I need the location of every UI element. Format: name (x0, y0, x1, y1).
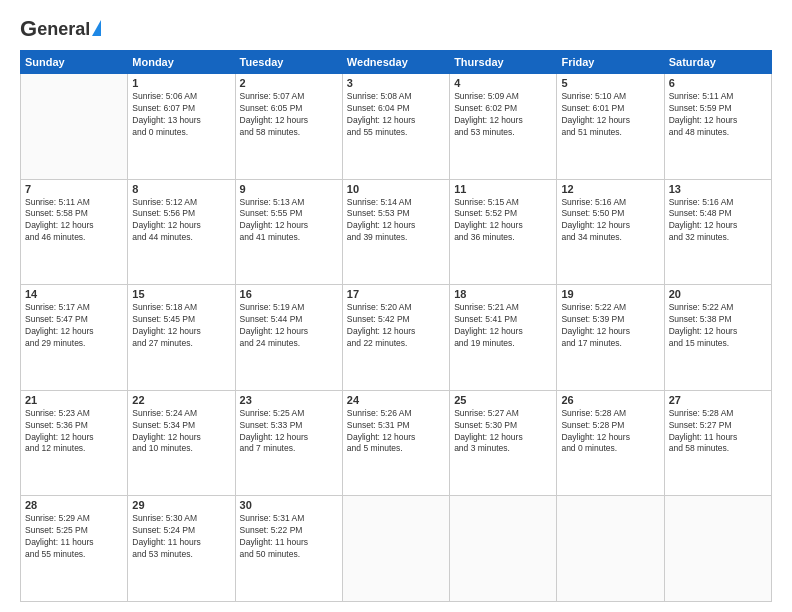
calendar-table: SundayMondayTuesdayWednesdayThursdayFrid… (20, 50, 772, 602)
cell-info: Sunrise: 5:07 AMSunset: 6:05 PMDaylight:… (240, 91, 338, 139)
calendar-cell: 2Sunrise: 5:07 AMSunset: 6:05 PMDaylight… (235, 74, 342, 180)
cell-info: Sunrise: 5:12 AMSunset: 5:56 PMDaylight:… (132, 197, 230, 245)
calendar-cell: 6Sunrise: 5:11 AMSunset: 5:59 PMDaylight… (664, 74, 771, 180)
cell-info: Sunrise: 5:10 AMSunset: 6:01 PMDaylight:… (561, 91, 659, 139)
calendar-cell: 1Sunrise: 5:06 AMSunset: 6:07 PMDaylight… (128, 74, 235, 180)
calendar-cell: 23Sunrise: 5:25 AMSunset: 5:33 PMDayligh… (235, 390, 342, 496)
cell-info: Sunrise: 5:14 AMSunset: 5:53 PMDaylight:… (347, 197, 445, 245)
day-number: 19 (561, 288, 659, 300)
week-row-3: 21Sunrise: 5:23 AMSunset: 5:36 PMDayligh… (21, 390, 772, 496)
calendar-cell: 26Sunrise: 5:28 AMSunset: 5:28 PMDayligh… (557, 390, 664, 496)
calendar-cell: 10Sunrise: 5:14 AMSunset: 5:53 PMDayligh… (342, 179, 449, 285)
cell-info: Sunrise: 5:28 AMSunset: 5:28 PMDaylight:… (561, 408, 659, 456)
calendar-cell: 19Sunrise: 5:22 AMSunset: 5:39 PMDayligh… (557, 285, 664, 391)
day-number: 5 (561, 77, 659, 89)
day-number: 1 (132, 77, 230, 89)
week-row-1: 7Sunrise: 5:11 AMSunset: 5:58 PMDaylight… (21, 179, 772, 285)
day-number: 17 (347, 288, 445, 300)
day-number: 16 (240, 288, 338, 300)
day-number: 20 (669, 288, 767, 300)
cell-info: Sunrise: 5:26 AMSunset: 5:31 PMDaylight:… (347, 408, 445, 456)
calendar-cell: 17Sunrise: 5:20 AMSunset: 5:42 PMDayligh… (342, 285, 449, 391)
logo-g-text: G (20, 16, 37, 42)
week-row-2: 14Sunrise: 5:17 AMSunset: 5:47 PMDayligh… (21, 285, 772, 391)
calendar-cell: 14Sunrise: 5:17 AMSunset: 5:47 PMDayligh… (21, 285, 128, 391)
cell-info: Sunrise: 5:28 AMSunset: 5:27 PMDaylight:… (669, 408, 767, 456)
cell-info: Sunrise: 5:06 AMSunset: 6:07 PMDaylight:… (132, 91, 230, 139)
cell-info: Sunrise: 5:13 AMSunset: 5:55 PMDaylight:… (240, 197, 338, 245)
day-number: 25 (454, 394, 552, 406)
weekday-tuesday: Tuesday (235, 51, 342, 74)
cell-info: Sunrise: 5:08 AMSunset: 6:04 PMDaylight:… (347, 91, 445, 139)
calendar-cell: 4Sunrise: 5:09 AMSunset: 6:02 PMDaylight… (450, 74, 557, 180)
cell-info: Sunrise: 5:11 AMSunset: 5:58 PMDaylight:… (25, 197, 123, 245)
day-number: 22 (132, 394, 230, 406)
cell-info: Sunrise: 5:22 AMSunset: 5:38 PMDaylight:… (669, 302, 767, 350)
calendar-cell: 21Sunrise: 5:23 AMSunset: 5:36 PMDayligh… (21, 390, 128, 496)
cell-info: Sunrise: 5:20 AMSunset: 5:42 PMDaylight:… (347, 302, 445, 350)
weekday-saturday: Saturday (664, 51, 771, 74)
day-number: 3 (347, 77, 445, 89)
calendar-cell: 24Sunrise: 5:26 AMSunset: 5:31 PMDayligh… (342, 390, 449, 496)
calendar-cell: 13Sunrise: 5:16 AMSunset: 5:48 PMDayligh… (664, 179, 771, 285)
cell-info: Sunrise: 5:11 AMSunset: 5:59 PMDaylight:… (669, 91, 767, 139)
page: G eneral SundayMondayTuesdayWednesdayThu… (0, 0, 792, 612)
cell-info: Sunrise: 5:21 AMSunset: 5:41 PMDaylight:… (454, 302, 552, 350)
weekday-sunday: Sunday (21, 51, 128, 74)
calendar-cell: 22Sunrise: 5:24 AMSunset: 5:34 PMDayligh… (128, 390, 235, 496)
day-number: 23 (240, 394, 338, 406)
day-number: 29 (132, 499, 230, 511)
weekday-thursday: Thursday (450, 51, 557, 74)
cell-info: Sunrise: 5:30 AMSunset: 5:24 PMDaylight:… (132, 513, 230, 561)
calendar-cell: 27Sunrise: 5:28 AMSunset: 5:27 PMDayligh… (664, 390, 771, 496)
day-number: 24 (347, 394, 445, 406)
day-number: 4 (454, 77, 552, 89)
calendar-cell: 3Sunrise: 5:08 AMSunset: 6:04 PMDaylight… (342, 74, 449, 180)
day-number: 18 (454, 288, 552, 300)
day-number: 26 (561, 394, 659, 406)
calendar-cell: 29Sunrise: 5:30 AMSunset: 5:24 PMDayligh… (128, 496, 235, 602)
day-number: 15 (132, 288, 230, 300)
logo-triangle-icon (92, 20, 101, 36)
calendar-cell (450, 496, 557, 602)
calendar-cell: 7Sunrise: 5:11 AMSunset: 5:58 PMDaylight… (21, 179, 128, 285)
cell-info: Sunrise: 5:16 AMSunset: 5:48 PMDaylight:… (669, 197, 767, 245)
calendar-cell: 15Sunrise: 5:18 AMSunset: 5:45 PMDayligh… (128, 285, 235, 391)
calendar-cell (557, 496, 664, 602)
day-number: 30 (240, 499, 338, 511)
day-number: 8 (132, 183, 230, 195)
cell-info: Sunrise: 5:19 AMSunset: 5:44 PMDaylight:… (240, 302, 338, 350)
calendar-cell: 18Sunrise: 5:21 AMSunset: 5:41 PMDayligh… (450, 285, 557, 391)
cell-info: Sunrise: 5:29 AMSunset: 5:25 PMDaylight:… (25, 513, 123, 561)
logo-line1: G eneral (20, 16, 101, 42)
day-number: 28 (25, 499, 123, 511)
day-number: 7 (25, 183, 123, 195)
weekday-header-row: SundayMondayTuesdayWednesdayThursdayFrid… (21, 51, 772, 74)
day-number: 12 (561, 183, 659, 195)
calendar-cell: 20Sunrise: 5:22 AMSunset: 5:38 PMDayligh… (664, 285, 771, 391)
header: G eneral (20, 16, 772, 40)
cell-info: Sunrise: 5:25 AMSunset: 5:33 PMDaylight:… (240, 408, 338, 456)
cell-info: Sunrise: 5:09 AMSunset: 6:02 PMDaylight:… (454, 91, 552, 139)
day-number: 11 (454, 183, 552, 195)
cell-info: Sunrise: 5:18 AMSunset: 5:45 PMDaylight:… (132, 302, 230, 350)
cell-info: Sunrise: 5:23 AMSunset: 5:36 PMDaylight:… (25, 408, 123, 456)
day-number: 21 (25, 394, 123, 406)
cell-info: Sunrise: 5:22 AMSunset: 5:39 PMDaylight:… (561, 302, 659, 350)
calendar-cell: 30Sunrise: 5:31 AMSunset: 5:22 PMDayligh… (235, 496, 342, 602)
calendar-cell: 16Sunrise: 5:19 AMSunset: 5:44 PMDayligh… (235, 285, 342, 391)
cell-info: Sunrise: 5:17 AMSunset: 5:47 PMDaylight:… (25, 302, 123, 350)
day-number: 9 (240, 183, 338, 195)
logo: G eneral (20, 16, 101, 40)
cell-info: Sunrise: 5:31 AMSunset: 5:22 PMDaylight:… (240, 513, 338, 561)
calendar-cell: 28Sunrise: 5:29 AMSunset: 5:25 PMDayligh… (21, 496, 128, 602)
calendar-cell: 8Sunrise: 5:12 AMSunset: 5:56 PMDaylight… (128, 179, 235, 285)
weekday-wednesday: Wednesday (342, 51, 449, 74)
calendar-cell: 9Sunrise: 5:13 AMSunset: 5:55 PMDaylight… (235, 179, 342, 285)
day-number: 10 (347, 183, 445, 195)
day-number: 6 (669, 77, 767, 89)
day-number: 27 (669, 394, 767, 406)
cell-info: Sunrise: 5:27 AMSunset: 5:30 PMDaylight:… (454, 408, 552, 456)
calendar-cell (21, 74, 128, 180)
calendar-cell: 11Sunrise: 5:15 AMSunset: 5:52 PMDayligh… (450, 179, 557, 285)
